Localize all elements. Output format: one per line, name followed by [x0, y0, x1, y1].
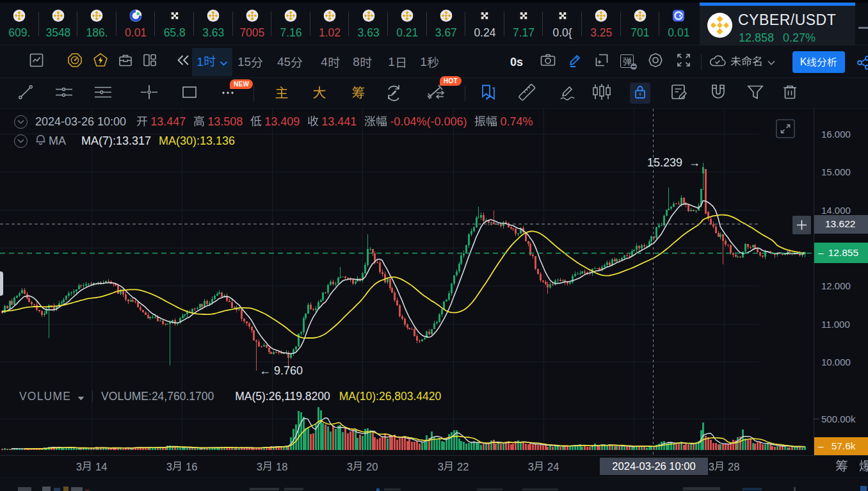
time-axis[interactable]: 2024-03-26 10:00 3 143 163 183 203 223 2… — [0, 455, 868, 477]
g-coin-icon — [673, 10, 685, 22]
collapse-chevron-icon[interactable] — [14, 115, 28, 129]
expand-chart-icon[interactable] — [776, 119, 795, 138]
clipped-glyph-stub — [794, 487, 796, 491]
open-value: 13.447 — [150, 115, 186, 129]
cloud-save-icon — [709, 54, 726, 70]
clipped-glyph-stub — [42, 487, 51, 491]
fullscreen-icon[interactable] — [676, 52, 691, 70]
ticker-cell[interactable]: 3.63 — [349, 3, 388, 45]
ticker-cell[interactable]: 0.21 — [388, 3, 427, 45]
magnet-icon[interactable] — [709, 83, 728, 104]
settings-gear-icon[interactable] — [648, 52, 663, 70]
chart-area[interactable]: 2024-03-26 10:00 13.447 13.508 13.409 13… — [0, 109, 868, 455]
volume-title[interactable]: VOLUME — [19, 390, 71, 403]
ticker-cell[interactable]: 3.25 — [582, 3, 621, 45]
cross-line-tool-icon[interactable] — [140, 83, 159, 104]
interval-option[interactable]: 15 — [237, 45, 263, 79]
volume-dropdown-caret-icon[interactable] — [77, 390, 84, 404]
ticker-cell[interactable]: 0.01 — [117, 3, 156, 45]
horizontal-line-tool-icon[interactable] — [54, 83, 74, 104]
volume-legend-divider — [92, 390, 93, 402]
symbol-panel[interactable]: CYBER/USDT 12.8580.27% — [700, 3, 855, 45]
binance-coin-icon — [634, 10, 646, 22]
gauge-octagon-icon[interactable] — [67, 52, 83, 70]
alert-bell-icon[interactable] — [35, 134, 46, 149]
ticker-price: 701 — [621, 26, 660, 40]
interval-option[interactable]: 4 — [321, 45, 340, 79]
close-value: 13.441 — [321, 115, 357, 129]
bookmark-icon[interactable] — [479, 83, 498, 104]
ticker-cell[interactable]: 3.67 — [427, 3, 466, 45]
symbol-price: 12.858 — [739, 31, 774, 44]
ticker-cell[interactable]: 3.63 — [194, 3, 233, 45]
ticker-cell[interactable]: 0.01 — [659, 3, 698, 45]
collapse-chevron-icon[interactable] — [14, 134, 28, 148]
ticker-cell[interactable]: 1.02 — [310, 3, 350, 45]
replay-countdown: 0s — [510, 45, 523, 79]
tab-chip[interactable] — [835, 459, 848, 474]
window-control-dash[interactable] — [858, 27, 868, 29]
candlestick-tool-icon[interactable] — [591, 83, 613, 104]
ticker-cell[interactable]: 0.0{ — [543, 3, 582, 45]
ticker-cell[interactable]: 0.24 — [465, 3, 504, 45]
interval-current: 1 — [197, 55, 216, 69]
axis-right-tabs[interactable] — [835, 459, 868, 474]
ticker-cell[interactable]: 7.16 — [271, 3, 310, 45]
chevron-down-icon — [220, 55, 228, 69]
tab-chip-distribution[interactable] — [352, 86, 366, 101]
binance-coin-icon — [207, 10, 220, 22]
lightning-pentagon-icon[interactable] — [93, 52, 108, 70]
kline-analysis-button[interactable]: K — [792, 51, 845, 73]
layout-name[interactable] — [709, 45, 775, 79]
trendline-tool-icon[interactable] — [17, 83, 35, 104]
note-edit-icon[interactable] — [670, 83, 689, 104]
ticker-cell[interactable]: 609. — [0, 3, 39, 45]
high-label — [193, 115, 205, 129]
camera-icon[interactable] — [540, 53, 556, 70]
ticker-cell[interactable]: 186. — [77, 3, 117, 45]
high-value: 13.508 — [207, 115, 243, 129]
ticker-cell[interactable]: 7005 — [233, 3, 272, 45]
toolbar-divider — [701, 54, 702, 70]
filter-funnel-icon[interactable] — [746, 83, 764, 104]
briefcase-icon[interactable] — [118, 53, 133, 70]
ma-legend-row: MA MA(7):13.317 MA(30):13.136 — [14, 134, 235, 149]
signal-tool-icon[interactable] — [426, 83, 447, 104]
replay-rewind-icon[interactable] — [175, 53, 191, 70]
annotate-pencil-icon[interactable] — [558, 83, 579, 104]
share-network-icon[interactable] — [856, 55, 868, 73]
interval-option[interactable]: 45 — [277, 45, 303, 79]
popup-window-icon[interactable] — [620, 54, 637, 69]
ticker-cell[interactable]: 3548 — [39, 3, 78, 45]
lock-icon[interactable] — [634, 85, 647, 102]
ticker-price: 186. — [77, 26, 117, 40]
ticker-price: 3548 — [39, 26, 78, 40]
price-axis[interactable]: 16.00015.00014.00012.00011.00010.000500.… — [814, 109, 868, 455]
checkered-coin-icon — [168, 10, 181, 22]
symbol-pair: CYBER/USDT — [738, 12, 836, 29]
add-frame-icon[interactable] — [594, 52, 609, 70]
ticker-cell[interactable]: 65.8 — [155, 3, 194, 45]
tab-large-chart[interactable] — [313, 86, 326, 101]
ticker-cell[interactable]: 7.17 — [504, 3, 543, 45]
add-order-plus-button[interactable] — [792, 216, 811, 234]
interval-option[interactable]: 1 — [420, 45, 439, 79]
ticker-price: 3.63 — [194, 26, 233, 40]
tab-burst[interactable] — [859, 459, 868, 474]
tab-main-chart[interactable] — [275, 86, 289, 101]
time-tick-label: 3 20 — [347, 460, 378, 472]
refresh-edit-icon[interactable] — [384, 83, 403, 104]
layout-icon[interactable] — [143, 53, 157, 70]
trash-icon[interactable] — [781, 83, 799, 104]
rectangle-tool-icon[interactable] — [181, 83, 198, 104]
interval-selector[interactable]: 1 — [192, 48, 232, 76]
clipped-glyph-stub — [860, 486, 867, 491]
left-panel-handle[interactable] — [0, 271, 3, 296]
parallel-lines-tool-icon[interactable] — [93, 83, 113, 104]
chart-panel-icon[interactable] — [29, 53, 44, 70]
interval-option[interactable]: 1 — [388, 45, 407, 79]
ticker-cell[interactable]: 701 — [621, 3, 660, 45]
interval-option[interactable]: 8 — [353, 45, 372, 79]
draw-pencil-icon[interactable] — [567, 52, 583, 70]
ruler-icon[interactable] — [517, 83, 536, 104]
